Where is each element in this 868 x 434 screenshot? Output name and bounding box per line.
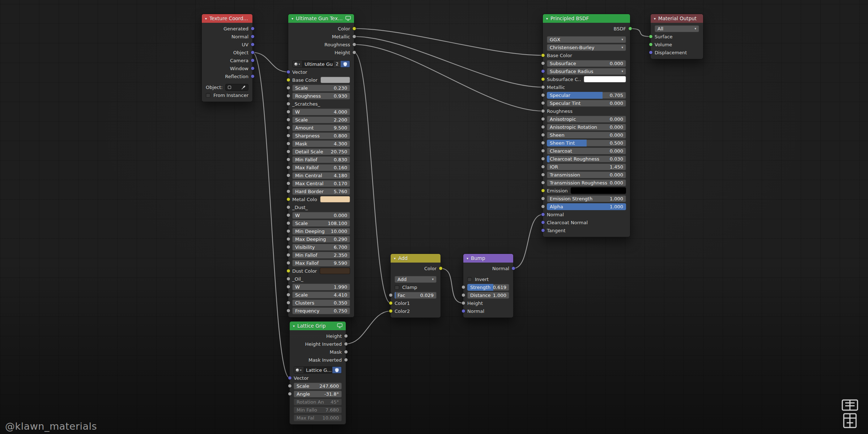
field-w[interactable]: W0.000 xyxy=(292,212,350,219)
socket-emission-strength[interactable] xyxy=(541,197,545,201)
socket-camera[interactable] xyxy=(251,59,255,63)
socket-scale[interactable] xyxy=(286,221,290,225)
socket-generated[interactable] xyxy=(251,27,255,31)
socket-angle[interactable] xyxy=(288,392,292,396)
socket-emission[interactable] xyxy=(541,189,545,193)
datablock-browse-button[interactable]: ▾ xyxy=(293,61,302,67)
datablock-name[interactable]: Lattice G... xyxy=(303,367,332,373)
node-lattice-grip[interactable]: ▾Lattice GripHeightHeight InvertedMaskMa… xyxy=(289,321,346,425)
eyedropper-icon[interactable] xyxy=(241,85,246,90)
socket-strength[interactable] xyxy=(461,285,465,289)
socket-lg-hinv[interactable] xyxy=(344,342,348,346)
socket-ugt-roughness[interactable] xyxy=(352,43,356,47)
socket-normal[interactable] xyxy=(251,35,255,39)
field-roughness[interactable]: Roughness0.930 xyxy=(292,93,350,99)
node-header-add[interactable]: ▾Add xyxy=(391,254,441,263)
node-header-ultimate-gun-texture[interactable]: ▾Ultimate Gun Texture xyxy=(288,14,354,23)
socket-subsurface-c[interactable] xyxy=(541,77,545,81)
socket-clearcoat-roughness[interactable] xyxy=(541,157,545,161)
socket-add-color1[interactable] xyxy=(389,301,393,305)
field-ior[interactable]: IOR1.450 xyxy=(547,163,626,170)
socket-ugt-metallic[interactable] xyxy=(352,35,356,39)
field-mask[interactable]: Mask4.300 xyxy=(292,140,350,147)
field-specular-tint[interactable]: Specular Tint0.000 xyxy=(547,100,626,107)
socket-hard-border[interactable] xyxy=(286,190,290,193)
dropdown-all[interactable]: All▾ xyxy=(655,25,699,32)
field-fac[interactable]: Fac0.029 xyxy=(395,292,437,299)
socket-min-central[interactable] xyxy=(286,174,290,178)
socket-alpha[interactable] xyxy=(541,205,545,209)
fake-user-shield-button[interactable] xyxy=(332,367,341,373)
field-sharpness[interactable]: Sharpness0.800 xyxy=(292,132,350,139)
socket-clusters[interactable] xyxy=(286,301,290,305)
socket-uv[interactable] xyxy=(251,43,255,47)
color-swatch-dust-color[interactable] xyxy=(320,268,350,274)
node-header-principled-bsdf[interactable]: ▾Principled BSDF xyxy=(543,14,630,23)
field-min-fallo[interactable]: Min Fallo7.680 xyxy=(294,407,342,413)
socket-pb-basecolor[interactable] xyxy=(541,54,545,58)
socket-metal-colo[interactable] xyxy=(286,197,290,201)
object-field[interactable] xyxy=(225,84,248,91)
field-clearcoat-roughness[interactable]: Clearcoat Roughness0.030 xyxy=(547,156,626,162)
dropdown-subsurface-radius[interactable]: Subsurface Radius▾ xyxy=(547,68,626,75)
field-anisotropic-rotation[interactable]: Anisotropic Rotation0.000 xyxy=(547,124,626,131)
field-distance[interactable]: Distance1.000 xyxy=(467,292,509,299)
field-scale[interactable]: Scale247.600 xyxy=(294,383,342,390)
socket-clearcoat[interactable] xyxy=(541,149,545,153)
field-clusters[interactable]: Clusters0.350 xyxy=(292,299,350,306)
field-rotation-an[interactable]: Rotation An45° xyxy=(294,399,342,405)
socket-reflection[interactable] xyxy=(251,75,255,78)
collapse-chevron-icon[interactable]: ▾ xyxy=(546,17,548,21)
field-sheen-tint[interactable]: Sheen Tint0.500 xyxy=(547,140,626,146)
collapse-chevron-icon[interactable]: ▾ xyxy=(292,17,293,21)
socket-ugt-color[interactable] xyxy=(352,27,356,31)
field-amount[interactable]: Amount9.500 xyxy=(292,124,350,131)
socket-scratches[interactable] xyxy=(286,102,290,106)
socket-mask-inverted[interactable] xyxy=(344,358,348,362)
datablock-browse-button[interactable]: ▾ xyxy=(294,367,303,373)
socket-w[interactable] xyxy=(286,213,290,217)
socket-max-central[interactable] xyxy=(286,182,290,186)
field-min-fallof[interactable]: Min Fallof0.830 xyxy=(292,156,350,163)
checkbox-clamp[interactable] xyxy=(395,285,399,290)
field-min-deeping[interactable]: Min Deeping10.000 xyxy=(292,228,350,235)
color-swatch-subsurface-c[interactable] xyxy=(584,76,626,82)
socket-base-color[interactable] xyxy=(286,78,290,82)
socket-mask[interactable] xyxy=(344,350,348,354)
color-swatch-metal-colo[interactable] xyxy=(320,196,350,203)
datablock-name[interactable]: Ultimate Gu.. xyxy=(302,61,333,67)
socket-bump-height[interactable] xyxy=(461,301,465,305)
socket-max-fallof[interactable] xyxy=(286,261,290,265)
socket-sheen-tint[interactable] xyxy=(541,141,545,145)
socket-normal[interactable] xyxy=(461,309,465,313)
field-strength[interactable]: Strength0.619 xyxy=(467,284,509,291)
socket-anisotropic-rotation[interactable] xyxy=(541,125,545,129)
field-transmission-roughness[interactable]: Transmission Roughness0.000 xyxy=(547,179,626,186)
socket-min-fallof[interactable] xyxy=(286,158,290,162)
socket-fac[interactable] xyxy=(389,293,393,297)
field-frequency[interactable]: Frequency0.750 xyxy=(292,307,350,314)
users-count[interactable]: 2 xyxy=(333,61,341,67)
field-scale[interactable]: Scale108.100 xyxy=(292,220,350,227)
socket-frequency[interactable] xyxy=(286,309,290,313)
field-detail-scale[interactable]: Detail Scale20.750 xyxy=(292,148,350,155)
socket-transmission-roughness[interactable] xyxy=(541,181,545,185)
socket-transmission[interactable] xyxy=(541,173,545,177)
field-specular[interactable]: Specular0.705 xyxy=(547,92,626,99)
socket-tc-object[interactable] xyxy=(251,51,255,55)
socket-visibility[interactable] xyxy=(286,245,290,249)
checkbox-from-instancer[interactable] xyxy=(206,93,210,98)
field-min-fallof[interactable]: Min Fallof2.350 xyxy=(292,252,350,259)
socket-distance[interactable] xyxy=(461,293,465,297)
field-clearcoat[interactable]: Clearcoat0.000 xyxy=(547,148,626,154)
field-hard-border[interactable]: Hard Border5.760 xyxy=(292,188,350,195)
field-max-fal[interactable]: Max Fal10.000 xyxy=(294,414,342,421)
socket-sharpness[interactable] xyxy=(286,134,290,138)
socket-lg-vector[interactable] xyxy=(288,376,292,380)
color-swatch-emission[interactable] xyxy=(571,187,626,194)
field-scale[interactable]: Scale2.200 xyxy=(292,116,350,123)
socket-oil[interactable] xyxy=(286,277,290,281)
collapse-chevron-icon[interactable]: ▾ xyxy=(205,17,207,21)
socket-amount[interactable] xyxy=(286,126,290,130)
socket-scale[interactable] xyxy=(286,86,290,90)
